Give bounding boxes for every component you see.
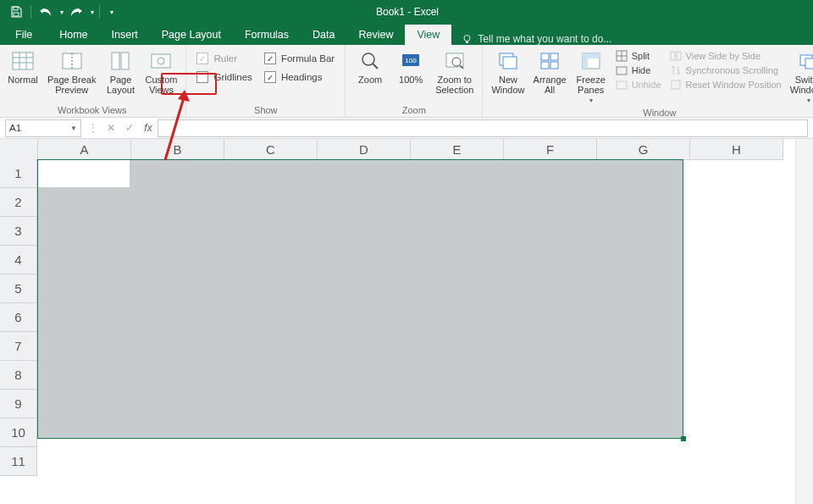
col-header-c[interactable]: C [224,139,318,160]
svg-rect-0 [14,7,18,10]
zoom-to-selection-button[interactable]: Zoom to Selection [432,47,477,97]
headings-checkbox[interactable]: ✓Headings [264,71,335,83]
group-window: New Window Arrange All Freeze Panes ▾ Sp… [483,45,813,117]
svg-rect-33 [617,67,627,75]
svg-rect-36 [677,52,681,60]
side-by-side-icon [670,50,682,62]
title-bar: ▾ ▾ ▾ Book1 - Excel [0,0,813,24]
normal-icon [11,49,35,73]
svg-rect-34 [617,81,627,89]
row-header-10[interactable]: 10 [0,418,37,447]
svg-rect-35 [671,52,675,60]
col-header-a[interactable]: A [38,139,131,160]
ribbon-tabs: File Home Insert Page Layout Formulas Da… [0,24,813,45]
tab-data[interactable]: Data [301,25,346,45]
page-break-preview-button[interactable]: Page Break Preview [44,47,99,97]
unhide-button: Unhide [616,79,661,91]
zoom-button[interactable]: Zoom [351,47,390,86]
tab-formulas[interactable]: Formulas [233,25,301,45]
ribbon: Normal Page Break Preview Page Layout Cu… [0,45,813,118]
col-header-d[interactable]: D [318,139,411,160]
tab-insert[interactable]: Insert [100,25,150,45]
row-header-2[interactable]: 2 [0,188,37,217]
normal-button[interactable]: Normal [3,47,42,86]
col-header-f[interactable]: F [504,139,597,160]
window-list-2: View Side by Side Synchronous Scrolling … [666,47,785,91]
redo-icon[interactable] [67,3,86,21]
undo-icon[interactable] [36,3,55,21]
row-header-6[interactable]: 6 [0,303,37,332]
tab-view[interactable]: View [405,25,451,45]
name-box[interactable]: A1 ▼ [5,119,81,137]
row-header-3[interactable]: 3 [0,217,37,246]
worksheet[interactable]: A B C D E F G H 1 2 3 4 5 6 7 8 9 10 11 [0,139,813,504]
split-button[interactable]: Split [616,50,661,62]
arrange-all-button[interactable]: Arrange All [530,47,570,97]
fill-handle[interactable] [681,436,686,441]
undo-dropdown-icon[interactable]: ▾ [60,8,64,16]
col-header-e[interactable]: E [411,139,504,160]
hide-button[interactable]: Hide [616,64,661,76]
gridlines-checkbox[interactable]: Gridlines [196,71,252,83]
svg-rect-3 [13,53,33,69]
col-header-b[interactable]: B [131,139,224,160]
row-header-7[interactable]: 7 [0,332,37,361]
hide-icon [616,64,628,76]
sync-scroll-icon [670,64,682,76]
page-break-icon [60,49,84,73]
selection-border [37,159,683,439]
group-show: ✓Ruler Gridlines ✓Formula Bar ✓Headings … [186,45,346,117]
svg-rect-24 [550,53,558,60]
col-header-h[interactable]: H [690,139,783,160]
vertical-scrollbar[interactable] [795,139,813,504]
select-all-corner[interactable] [0,139,38,160]
svg-point-14 [362,53,374,65]
fx-icon[interactable]: fx [139,119,158,136]
tab-home[interactable]: Home [47,25,99,45]
freeze-panes-icon [579,49,603,73]
svg-rect-23 [541,53,549,60]
tab-file[interactable]: File [0,25,47,45]
tab-page-layout[interactable]: Page Layout [150,25,233,45]
page-layout-button[interactable]: Page Layout [101,47,140,97]
chevron-down-icon[interactable]: ▼ [70,125,77,132]
svg-rect-29 [583,53,588,69]
qat-customize-icon[interactable]: ▾ [110,8,113,16]
row-header-11[interactable]: 11 [0,447,37,476]
zoom-100-button[interactable]: 100 100% [391,47,430,86]
switch-windows-button[interactable]: Switch Windows ▾ [787,47,813,106]
freeze-panes-button[interactable]: Freeze Panes ▾ [572,47,611,106]
row-header-9[interactable]: 9 [0,390,37,418]
window-title: Book1 - Excel [120,6,694,18]
group-zoom: Zoom 100 100% Zoom to Selection Zoom [346,45,483,117]
lightbulb-icon [462,34,473,45]
custom-views-button[interactable]: Custom Views [141,47,180,97]
formula-bar-checkbox[interactable]: ✓Formula Bar [264,53,335,64]
tab-review[interactable]: Review [346,25,405,45]
col-header-g[interactable]: G [597,139,690,160]
reset-window-position-button: Reset Window Position [670,79,782,91]
custom-views-icon [149,49,173,73]
row-header-1[interactable]: 1 [0,159,37,188]
quick-access-toolbar: ▾ ▾ ▾ [0,3,120,21]
save-icon[interactable] [7,3,25,21]
redo-dropdown-icon[interactable]: ▾ [91,8,94,16]
svg-rect-1 [14,13,19,16]
svg-point-2 [464,35,470,41]
svg-rect-22 [503,57,517,69]
svg-rect-25 [541,62,549,69]
reset-position-icon [670,79,682,91]
ruler-checkbox: ✓Ruler [196,53,252,64]
sync-scrolling-button: Synchronous Scrolling [670,64,782,76]
formula-input[interactable] [158,119,808,137]
enter-icon: ✓ [120,119,139,136]
arrange-all-icon [538,49,561,73]
view-side-by-side-button: View Side by Side [670,50,782,62]
row-header-5[interactable]: 5 [0,274,37,303]
zoom-selection-icon [443,49,467,73]
new-window-button[interactable]: New Window [488,47,528,97]
row-header-8[interactable]: 8 [0,361,37,390]
row-header-4[interactable]: 4 [0,246,37,274]
tell-me[interactable]: Tell me what you want to do... [462,33,611,45]
window-list-1: Split Hide Unhide [612,47,665,91]
